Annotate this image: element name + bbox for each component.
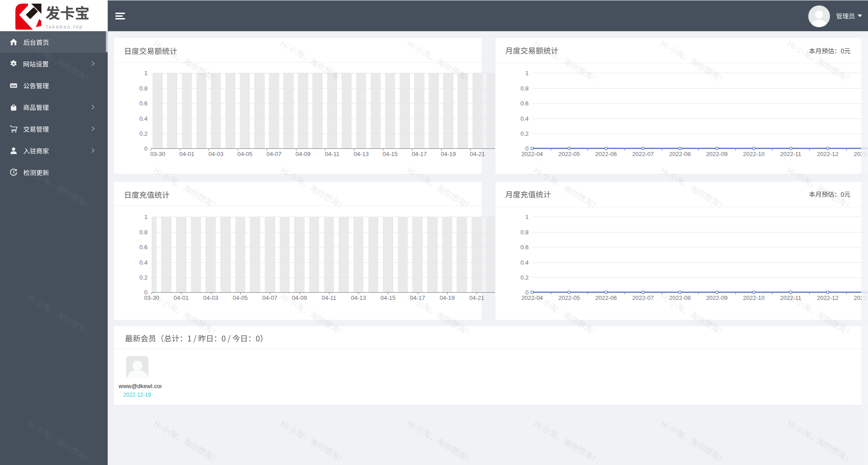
- svg-text:NEW: NEW: [11, 85, 16, 87]
